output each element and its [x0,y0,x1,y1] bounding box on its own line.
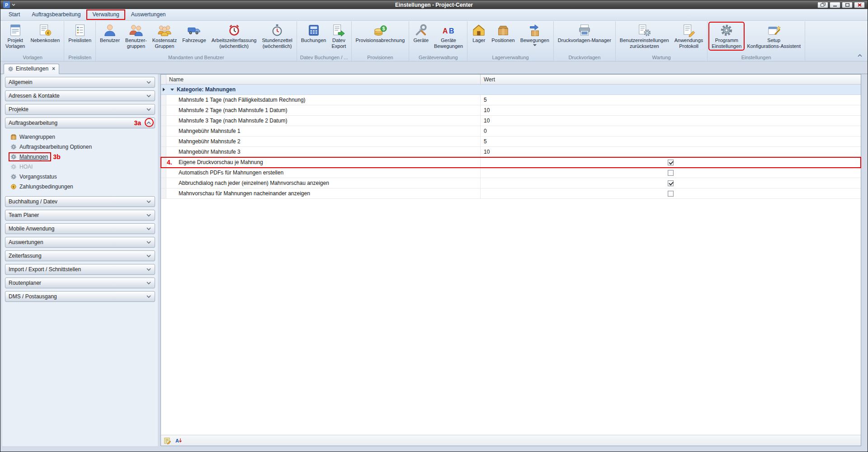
ribbon-button-datev-export[interactable]: Datev Export [329,23,348,50]
chevron-down-icon[interactable] [146,227,151,231]
settings-row-mahngebuhr-mahnstufe-2[interactable]: Mahngebühr Mahnstufe 25 [161,137,861,147]
sidebar-item-warengruppen[interactable]: Warengruppen [3,132,157,142]
tab-einstellungen[interactable]: Einstellungen × [4,64,59,74]
collapse-category-icon[interactable] [170,89,174,91]
ribbon-button-gerate[interactable]: Geräte [411,23,431,44]
sidebar-section-zeiterfassung[interactable]: Zeiterfassung [5,250,155,261]
sidebar-item-hoai[interactable]: HOAI [3,162,157,172]
checkbox[interactable] [668,160,674,165]
sidebar-item-zahlungsbedingungen[interactable]: €Zahlungsbedingungen [3,182,157,192]
sidebar-section-routenplaner[interactable]: Routenplaner [5,278,155,288]
chevron-down-icon[interactable] [533,44,537,46]
menu-tab-start[interactable]: Start [3,10,25,19]
ribbon-button-anwendungs-protokoll[interactable]: Anwendungs Protokoll [672,23,706,50]
movements-icon [528,24,542,37]
ribbon-button-label: Geräte [413,38,429,43]
ribbon-button-arbeitszeiterfassung-wochentlich[interactable]: Arbeitszeiterfassung (wöchentlich) [209,23,259,50]
ribbon-button-benutzereinstellungen-zurucksetzen[interactable]: Benutzereinstellungen zurücksetzen [618,23,671,50]
menu-tab-auswertungen[interactable]: Auswertungen [126,10,171,19]
float-window-button[interactable] [817,2,828,8]
checkbox[interactable] [668,170,674,176]
sidebar-item-auftragsbearbeitung-optionen[interactable]: Auftragsbearbeitung Optionen [3,142,157,152]
chevron-down-icon[interactable] [146,281,151,285]
setting-name: Eigene Druckvorschau je Mahnung [166,157,481,167]
chevron-down-icon[interactable] [146,254,151,258]
setting-value-cell[interactable] [481,178,861,188]
chevron-down-icon[interactable] [146,108,151,111]
minimize-button[interactable] [830,2,840,8]
project-template-icon [9,24,22,37]
sidebar-section-auswertungen[interactable]: Auswertungen [5,237,155,248]
settings-row-mahnvorschau-fur-mahnungen-nacheinander-[interactable]: Mahnvorschau für Mahnungen nacheinander … [161,188,861,199]
setting-value-cell[interactable]: 0 [481,126,861,136]
settings-row-mahngebuhr-mahnstufe-3[interactable]: Mahngebühr Mahnstufe 310 [161,147,861,157]
setting-value-cell[interactable]: 10 [481,147,861,157]
settings-row-eigene-druckvorschau-je-mahnung[interactable]: Eigene Druckvorschau je Mahnung4. [161,157,861,168]
sidebar-section-allgemein[interactable]: Allgemein [5,77,155,88]
setting-value-cell[interactable]: 5 [481,137,861,146]
close-tab-icon[interactable]: × [52,66,55,71]
ribbon-button-kostensatz-gruppen[interactable]: Kostensatz Gruppen [150,23,179,50]
sidebar-section-import-export-schnittstellen[interactable]: Import / Export / Schnittstellen [5,264,155,275]
menu-tab-verwaltung[interactable]: Verwaltung1. [87,10,124,19]
sidebar-section-dms-postausgang[interactable]: DMS / Postausgang [5,291,155,302]
ribbon-button-setup-konfigurations-assistent[interactable]: Setup Konfigurations-Assistent [745,23,803,50]
chevron-down-icon[interactable] [146,213,151,217]
column-header-wert[interactable]: Wert [481,75,861,84]
ribbon-button-projekt-vorlagen[interactable]: Projekt Vorlagen [3,23,27,50]
sidebar-section-adressen-kontakte[interactable]: Adressen & Kontakte [5,90,155,101]
category-row[interactable]: Kategorie: Mahnungen [161,85,861,95]
settings-row-mahnstufe-3-tage-nach-mahnstufe-2-datum[interactable]: Mahnstufe 3 Tage (nach Mahnstufe 2 Datum… [161,116,861,126]
chevron-down-icon[interactable] [146,268,151,271]
setting-value-cell[interactable]: 10 [481,116,861,126]
chevron-down-icon[interactable] [146,94,151,98]
sidebar-section-auftragsbearbeitung[interactable]: Auftragsbearbeitung3a [5,118,155,128]
content-area: Einstellungen × AllgemeinAdressen & Kont… [0,62,868,452]
ribbon-button-benutzer-gruppen[interactable]: Benutzer- gruppen [123,23,149,50]
checkbox[interactable] [668,191,674,197]
chevron-down-icon[interactable] [146,200,151,203]
row-indicator [161,188,166,198]
ribbon-button-stundenzettel-wochentlich[interactable]: Stundenzettel (wöchentlich) [259,23,294,50]
ribbon-button-positionen[interactable]: Positionen [489,23,517,44]
settings-row-mahnstufe-1-tage-nach-falligkeitsdatum-r[interactable]: Mahnstufe 1 Tage (nach Fälligkeitsdatum … [161,95,861,105]
sidebar-section-team-planer[interactable]: Team Planer [5,210,155,221]
maximize-button[interactable] [842,2,853,8]
settings-row-automatisch-pdfs-fur-mahnungen-erstellen[interactable]: Automatisch PDFs für Mahnungen erstellen [161,168,861,178]
ribbon-button-buchungen[interactable]: Buchungen [299,23,329,44]
settings-row-abbruchdialog-nach-jeder-einzelnen-mahnv[interactable]: Abbruchdialog nach jeder (einzelnen) Mah… [161,178,861,188]
ribbon-button-benutzer[interactable]: Benutzer [98,23,122,44]
close-button[interactable] [854,2,865,8]
sidebar-item-mahnungen[interactable]: Mahnungen3b [3,152,157,162]
ribbon-button-nebenkosten[interactable]: €Nebenkosten [28,23,62,44]
chevron-down-icon[interactable] [146,240,151,244]
sort-az-icon[interactable]: A [174,436,183,445]
edit-note-icon[interactable] [163,436,172,445]
sidebar-item-vorgangsstatus[interactable]: Vorgangsstatus [3,172,157,182]
checkbox[interactable] [668,180,674,186]
setting-value-cell[interactable]: 5 [481,95,861,105]
setting-value-cell[interactable] [481,188,861,198]
ribbon-collapse-button[interactable] [856,52,864,59]
ribbon-button-druckvorlagen-manager[interactable]: Druckvorlagen-Manager [556,23,613,44]
chevron-down-icon[interactable] [146,80,151,84]
ribbon-button-preislisten[interactable]: Preislisten [66,23,94,44]
menu-tab-auftragsbearbeitung[interactable]: Auftragsbearbeitung [26,10,86,19]
setting-value-cell[interactable] [481,157,861,167]
annotation-step-3a: 3a [134,119,141,127]
setting-value-cell[interactable] [481,168,861,178]
sidebar-section-projekte[interactable]: Projekte [5,104,155,115]
settings-row-mahnstufe-2-tage-nach-mahnstufe-1-datum[interactable]: Mahnstufe 2 Tage (nach Mahnstufe 1 Datum… [161,105,861,116]
ribbon-button-gerate-bewegungen[interactable]: ABGeräte Bewegungen [432,23,465,50]
ribbon-button-provisionsabrechnung[interactable]: $Provisionsabrechnung [354,23,407,44]
ribbon-button-bewegungen[interactable]: Bewegungen [518,23,552,47]
sidebar-section-buchhaltung-datev[interactable]: Buchhaltung / Datev [5,196,155,207]
chevron-down-icon[interactable] [146,295,151,298]
ribbon-button-lager[interactable]: Lager [469,23,488,44]
ribbon-button-programm-einstellungen[interactable]: Programm Einstellungen2. [709,23,744,50]
column-header-name[interactable]: Name [166,75,481,84]
setting-value-cell[interactable]: 10 [481,105,861,115]
sidebar-section-mobile-anwendung[interactable]: Mobile Anwendung [5,223,155,234]
ribbon-button-fahrzeuge[interactable]: Fahrzeuge [180,23,208,44]
settings-row-mahngebuhr-mahnstufe-1[interactable]: Mahngebühr Mahnstufe 10 [161,126,861,137]
